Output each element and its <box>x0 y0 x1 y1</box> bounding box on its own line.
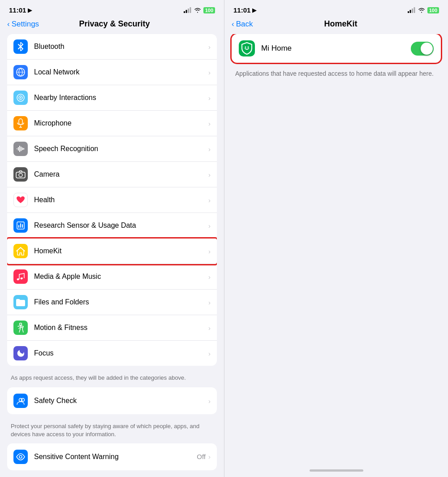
microphone-chevron: › <box>208 120 211 127</box>
bluetooth-chevron: › <box>208 43 211 51</box>
homekit-label: HomeKit <box>34 247 208 255</box>
left-back-label: Settings <box>12 20 39 29</box>
svg-point-26 <box>19 455 22 458</box>
settings-item-focus[interactable]: Focus › <box>7 341 217 366</box>
local-network-icon-wrap <box>13 65 28 79</box>
heart-icon <box>16 196 25 204</box>
health-chevron: › <box>208 196 211 204</box>
settings-item-homekit[interactable]: HomeKit › <box>7 238 217 264</box>
mi-home-icon-svg <box>241 42 253 55</box>
svg-rect-27 <box>408 11 409 13</box>
right-back-chevron: ‹ <box>232 20 234 29</box>
settings-item-motion[interactable]: Motion & Fitness › <box>7 315 217 341</box>
svg-rect-29 <box>412 9 413 13</box>
settings-item-bluetooth[interactable]: Bluetooth › <box>7 34 217 60</box>
speech-chevron: › <box>208 145 211 153</box>
right-content: Mi Home Applications that have requested… <box>224 34 448 460</box>
sensitive-content-group: Sensitive Content Warning Off › <box>7 443 217 470</box>
waveform-icon <box>16 145 25 152</box>
research-chevron: › <box>208 222 211 230</box>
svg-point-23 <box>20 323 22 325</box>
right-signal-icon <box>408 7 416 13</box>
svg-point-18 <box>19 173 22 177</box>
left-status-right: 100 <box>184 7 215 13</box>
settings-item-research[interactable]: Research Sensor & Usage Data › <box>7 213 217 238</box>
left-page-title: Privacy & Security <box>39 19 190 29</box>
local-network-label: Local Network <box>34 68 208 76</box>
left-status-left: 11:01 ▶ <box>9 6 32 14</box>
sensitive-value: Off <box>197 453 206 460</box>
microphone-icon-wrap <box>13 116 28 130</box>
globe-icon <box>16 68 25 77</box>
motion-label: Motion & Fitness <box>34 324 208 332</box>
nearby-label: Nearby Interactions <box>34 94 208 102</box>
left-nav-bar: ‹ Settings Privacy & Security <box>0 17 224 34</box>
settings-item-files[interactable]: Files and Folders › <box>7 290 217 315</box>
left-back-button[interactable]: ‹ Settings <box>7 20 39 29</box>
safety-check-chevron: › <box>208 397 211 405</box>
folder-icon <box>16 298 26 306</box>
svg-point-32 <box>248 47 249 48</box>
motion-chevron: › <box>208 324 211 332</box>
mic-icon <box>17 118 24 128</box>
right-panel: 11:01 ▶ 100 ‹ Back HomeKit <box>224 0 448 477</box>
bluetooth-icon <box>17 42 24 51</box>
right-location-icon: ▶ <box>252 7 256 13</box>
settings-item-local-network[interactable]: Local Network › <box>7 60 217 85</box>
microphone-label: Microphone <box>34 119 208 127</box>
svg-rect-8 <box>19 119 22 125</box>
mi-home-app-icon <box>239 40 255 56</box>
files-chevron: › <box>208 299 211 306</box>
camera-chevron: › <box>208 171 211 178</box>
right-status-bar: 11:01 ▶ 100 <box>224 0 448 17</box>
right-page-title: HomeKit <box>267 19 414 29</box>
safety-check-item[interactable]: Safety Check › <box>7 387 217 414</box>
speech-label: Speech Recognition <box>34 145 208 153</box>
right-wifi-icon <box>418 7 425 13</box>
homekit-chevron: › <box>208 247 211 255</box>
settings-item-health[interactable]: Health › <box>7 187 217 213</box>
homekit-icon-wrap <box>13 244 28 258</box>
sensitive-chevron: › <box>208 453 211 460</box>
settings-main-group: Bluetooth › Local Network › <box>7 34 217 366</box>
nearby-icon-wrap <box>13 91 28 105</box>
right-time: 11:01 <box>233 6 250 14</box>
music-icon <box>17 272 25 281</box>
right-footnote: Applications that have requested access … <box>232 69 441 78</box>
left-battery: 100 <box>203 7 215 13</box>
safety-check-label: Safety Check <box>34 397 208 405</box>
focus-icon-wrap <box>13 346 28 360</box>
right-back-label: Back <box>236 20 253 29</box>
research-icon-wrap <box>13 218 28 233</box>
svg-rect-3 <box>190 7 191 13</box>
signal-icon <box>184 7 192 13</box>
settings-item-nearby-interactions[interactable]: Nearby Interactions › <box>7 85 217 111</box>
media-icon-wrap <box>13 269 28 284</box>
moon-icon <box>17 349 25 358</box>
mi-home-item[interactable]: Mi Home <box>232 34 441 63</box>
settings-item-camera[interactable]: Camera › <box>7 162 217 187</box>
wifi-icon <box>194 7 201 13</box>
bluetooth-label: Bluetooth <box>34 43 208 51</box>
right-back-button[interactable]: ‹ Back <box>232 20 267 29</box>
left-location-icon: ▶ <box>28 7 32 13</box>
mi-home-toggle[interactable] <box>411 42 434 56</box>
nearby-chevron: › <box>208 94 211 102</box>
right-status-left: 11:01 ▶ <box>233 6 256 14</box>
home-bar <box>310 469 363 472</box>
settings-item-speech[interactable]: Speech Recognition › <box>7 136 217 162</box>
sensitive-content-item[interactable]: Sensitive Content Warning Off › <box>7 443 217 470</box>
safety-check-description: Protect your personal safety by staying … <box>7 419 217 443</box>
media-chevron: › <box>208 273 211 281</box>
files-icon-wrap <box>13 295 28 309</box>
settings-item-media[interactable]: Media & Apple Music › <box>7 264 217 290</box>
motion-icon-wrap <box>13 321 28 335</box>
health-label: Health <box>34 196 208 204</box>
right-status-right: 100 <box>408 7 439 13</box>
settings-item-microphone[interactable]: Microphone › <box>7 111 217 136</box>
right-battery: 100 <box>427 7 439 13</box>
camera-icon-wrap <box>13 167 28 182</box>
figure-icon <box>17 323 25 333</box>
safety-check-group: Safety Check › <box>7 387 217 414</box>
home-icon <box>16 247 25 256</box>
